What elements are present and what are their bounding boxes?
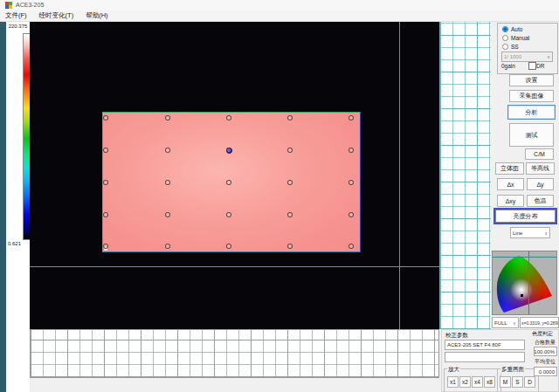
radio-ss-icon bbox=[502, 44, 508, 50]
cie-crosshair-vertical bbox=[528, 251, 529, 314]
radio-auto[interactable]: Auto bbox=[502, 26, 522, 32]
measure-point bbox=[226, 180, 231, 185]
horizontal-split-line bbox=[30, 266, 439, 267]
multi-screen-label: 多重画面 bbox=[500, 366, 525, 374]
measure-point bbox=[165, 212, 170, 217]
radio-ss-label: SS bbox=[511, 44, 519, 50]
dr-checkbox[interactable] bbox=[528, 62, 536, 70]
delta-x-button[interactable]: Δx bbox=[497, 178, 524, 190]
measure-point bbox=[103, 180, 108, 185]
radio-manual[interactable]: Manual bbox=[502, 35, 529, 41]
multi-s-button[interactable]: S bbox=[512, 376, 523, 388]
delta-xy-button[interactable]: Δxy bbox=[497, 195, 524, 207]
luminance-dist-button[interactable]: 亮度分布 bbox=[495, 210, 556, 223]
measure-point bbox=[165, 115, 170, 120]
measure-point bbox=[226, 212, 231, 217]
pass-count-value: 100.00% bbox=[534, 347, 557, 356]
window-title: ACE3-205 bbox=[16, 2, 44, 8]
measure-point bbox=[349, 115, 354, 120]
zoom-x4-button[interactable]: x4 bbox=[472, 376, 483, 388]
solid3d-button[interactable]: 立体图 bbox=[495, 162, 524, 175]
pass-count-label: 合格数量 bbox=[535, 339, 556, 347]
cie-point-marker bbox=[521, 294, 523, 297]
cie-range-value: FULL bbox=[494, 320, 507, 326]
radio-manual-icon bbox=[502, 35, 508, 41]
radio-auto-label: Auto bbox=[511, 26, 522, 32]
measure-point bbox=[226, 115, 231, 120]
measure-point bbox=[103, 115, 108, 120]
measure-point bbox=[287, 212, 293, 217]
measure-point bbox=[103, 212, 108, 217]
measure-point bbox=[103, 148, 108, 153]
zoom-x1-button[interactable]: x1 bbox=[447, 376, 459, 388]
measure-point bbox=[287, 244, 293, 249]
shutter-select[interactable]: 1/ 1000 ∨ bbox=[501, 52, 553, 62]
dr-label: DR bbox=[536, 63, 544, 69]
capture-image-button[interactable]: 采集图像 bbox=[509, 90, 554, 102]
zoom-label: 放大 bbox=[447, 366, 460, 374]
menu-bar: 文件(F) 经时变化(T) 帮助(H) bbox=[0, 10, 559, 22]
line-select[interactable]: Line ∨ bbox=[510, 227, 550, 238]
preset-field[interactable]: ACE3-205 SET F4 80F bbox=[445, 340, 525, 350]
multi-d-button[interactable]: D bbox=[524, 376, 535, 388]
measure-area[interactable] bbox=[102, 112, 361, 252]
judge-label: 色度判定 bbox=[532, 330, 553, 338]
chevron-down-icon: ∨ bbox=[547, 54, 550, 59]
zoom-x8-button[interactable]: x8 bbox=[484, 376, 495, 388]
cie-range-select[interactable]: FULL ∨ bbox=[492, 317, 519, 328]
color-temp-button[interactable]: 色温 bbox=[527, 195, 554, 207]
chevron-down-icon: ∨ bbox=[513, 320, 516, 326]
vertical-split-line bbox=[399, 22, 400, 329]
menu-time-change[interactable]: 经时变化(T) bbox=[39, 11, 74, 20]
zoom-x2-button[interactable]: x2 bbox=[459, 376, 471, 388]
cm-button[interactable]: C/M bbox=[525, 148, 554, 160]
radio-ss[interactable]: SS bbox=[502, 44, 519, 50]
delta-y-button[interactable]: Δy bbox=[527, 178, 554, 190]
measure-point bbox=[165, 244, 170, 249]
scale-min-value: 0.621 bbox=[8, 241, 30, 246]
gain-label: 0gain bbox=[501, 63, 515, 69]
measure-point bbox=[349, 212, 354, 217]
line-select-value: Line bbox=[513, 230, 522, 236]
avg-shift-label: 平均变位 bbox=[535, 358, 556, 366]
scale-max-value: 220.375 bbox=[6, 24, 30, 29]
cie-diagram[interactable] bbox=[492, 251, 557, 315]
measure-point bbox=[287, 180, 293, 185]
avg-shift-value: 0.0000 bbox=[534, 367, 557, 376]
measure-point bbox=[165, 180, 170, 185]
menu-file[interactable]: 文件(F) bbox=[5, 11, 27, 20]
app-window: ACE3-205 文件(F) 经时变化(T) 帮助(H) 220.375 0.6… bbox=[0, 0, 559, 392]
cie-horseshoe bbox=[493, 251, 556, 314]
preset-field-2[interactable] bbox=[445, 352, 525, 362]
capture-viewport[interactable] bbox=[30, 22, 439, 329]
data-grid-bottom bbox=[30, 329, 439, 378]
measure-point bbox=[287, 115, 293, 120]
analyze-button[interactable]: 分析 bbox=[507, 105, 556, 120]
test-button[interactable]: 测试 bbox=[509, 123, 554, 147]
measure-point bbox=[226, 244, 231, 249]
measure-point bbox=[349, 180, 354, 185]
measure-point bbox=[349, 244, 354, 249]
data-grid-right bbox=[439, 22, 493, 329]
chevron-down-icon: ∨ bbox=[544, 230, 548, 236]
correction-title: 校正参数 bbox=[445, 332, 468, 340]
radio-auto-icon bbox=[502, 26, 508, 32]
app-icon bbox=[5, 2, 12, 9]
measure-point bbox=[103, 244, 108, 249]
left-edge-strip bbox=[0, 22, 6, 392]
settings-button[interactable]: 设置 bbox=[509, 74, 554, 86]
measure-point bbox=[287, 148, 293, 153]
contour-button[interactable]: 等高线 bbox=[526, 162, 555, 175]
measure-point bbox=[226, 148, 231, 153]
measure-point bbox=[165, 148, 170, 153]
cie-crosshair-horizontal bbox=[493, 257, 556, 258]
shutter-value: 1/ 1000 bbox=[504, 54, 521, 59]
radio-manual-label: Manual bbox=[511, 35, 529, 41]
measure-point bbox=[349, 148, 354, 153]
menu-help[interactable]: 帮助(H) bbox=[86, 11, 107, 20]
multi-m-button[interactable]: M bbox=[500, 376, 511, 388]
cie-coordinates: x=0.3319, y=0.2898 bbox=[520, 317, 559, 328]
